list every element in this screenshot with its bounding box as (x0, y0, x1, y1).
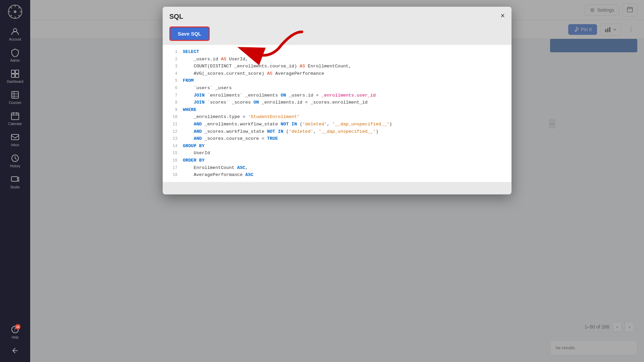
code-line: 13 AND _scores.course_score = TRUE (163, 135, 512, 142)
sidebar-item-studio[interactable]: Studio (0, 171, 30, 192)
admin-icon (10, 48, 20, 57)
sidebar-item-inbox[interactable]: Inbox (0, 129, 30, 150)
sidebar-item-label-account: Account (9, 38, 21, 41)
sidebar-item-dashboard[interactable]: Dashboard (0, 66, 30, 87)
svg-rect-19 (11, 113, 19, 120)
code-line: 4 AVG(_scores.current_score) AS AverageP… (163, 70, 512, 77)
code-line: 18 AveragePerformance ASC (163, 171, 512, 179)
sidebar-item-history[interactable]: History (0, 150, 30, 171)
calendar-icon (10, 111, 20, 121)
code-line: 14GROUP BY (163, 142, 512, 150)
sidebar-item-calendar[interactable]: Calendar (0, 108, 30, 129)
svg-rect-12 (15, 70, 19, 73)
studio-icon (10, 175, 20, 184)
svg-rect-14 (15, 74, 19, 77)
sidebar-item-label-history: History (10, 164, 20, 168)
sidebar-item-label-studio: Studio (10, 185, 20, 189)
sql-modal: SQL × Save SQL 1SELECT2 _users.id AS Use… (163, 7, 512, 194)
code-line: 6 `users` _users (163, 84, 512, 92)
svg-point-1 (14, 10, 16, 13)
sidebar-item-help[interactable]: ? 10 Help (0, 321, 30, 343)
sidebar-item-label-dashboard: Dashboard (7, 80, 23, 83)
sidebar-item-label-admin: Admin (10, 59, 20, 62)
inbox-icon (10, 132, 20, 142)
code-line: 16ORDER BY (163, 157, 512, 164)
app-logo (7, 3, 23, 20)
svg-rect-25 (11, 177, 17, 181)
sidebar-item-admin[interactable]: Admin (0, 45, 30, 66)
code-line: 10 _enrollments.type = 'StudentEnrollmen… (163, 113, 512, 121)
code-line: 7 JOIN `enrollments` _enrollments ON _us… (163, 92, 512, 99)
svg-line-9 (10, 15, 12, 17)
save-sql-button[interactable]: Save SQL (169, 26, 210, 41)
modal-overlay: SQL × Save SQL 1SELECT2 _users.id AS Use… (30, 0, 644, 362)
code-line: 8 JOIN `scores` _scores ON _enrollments.… (163, 99, 512, 106)
sidebar-item-label-courses: Courses (9, 101, 21, 105)
modal-header: SQL × (163, 7, 512, 24)
sidebar-item-label-calendar: Calendar (8, 122, 22, 126)
modal-title: SQL (169, 13, 183, 20)
code-line: 3 COUNT(DISTINCT _enrollments.course_id)… (163, 63, 512, 70)
code-line: 5FROM (163, 77, 512, 84)
sidebar-item-label-inbox: Inbox (11, 143, 19, 147)
help-icon: ? 10 (10, 325, 20, 334)
code-line: 12 AND _scores.workflow_state NOT IN ('d… (163, 128, 512, 135)
svg-rect-23 (11, 134, 19, 140)
sidebar-bottom: ? 10 Help (0, 321, 30, 359)
courses-icon (10, 90, 20, 100)
sidebar-item-account[interactable]: Account (0, 23, 30, 45)
code-line: 1SELECT (163, 48, 512, 56)
svg-line-8 (18, 7, 20, 8)
sidebar-collapse-button[interactable] (0, 343, 30, 359)
collapse-icon (10, 346, 20, 355)
account-icon (10, 27, 20, 36)
dashboard-icon (10, 69, 20, 78)
sidebar-item-label-help: Help (12, 336, 19, 339)
svg-rect-15 (12, 92, 18, 98)
modal-close-button[interactable]: × (500, 12, 505, 19)
svg-line-7 (18, 15, 20, 17)
sidebar: Account Admin Dashboard (0, 0, 30, 362)
code-line: 9WHERE (163, 106, 512, 114)
sql-editor[interactable]: 1SELECT2 _users.id AS UserId,3 COUNT(DIS… (163, 45, 512, 182)
help-badge-count: 10 (15, 324, 20, 329)
code-line: 2 _users.id AS UserId, (163, 56, 512, 63)
sidebar-item-courses[interactable]: Courses (0, 87, 30, 108)
code-line: 17 EnrollmentCount ASC, (163, 164, 512, 172)
code-line: 15 UserId (163, 149, 512, 157)
code-line: 11 AND _enrollments.workflow_state NOT I… (163, 121, 512, 128)
history-icon (10, 154, 20, 163)
svg-rect-13 (11, 74, 15, 77)
svg-rect-11 (11, 70, 15, 73)
main-content: Settings Pin It (30, 0, 644, 362)
svg-line-6 (10, 7, 12, 8)
